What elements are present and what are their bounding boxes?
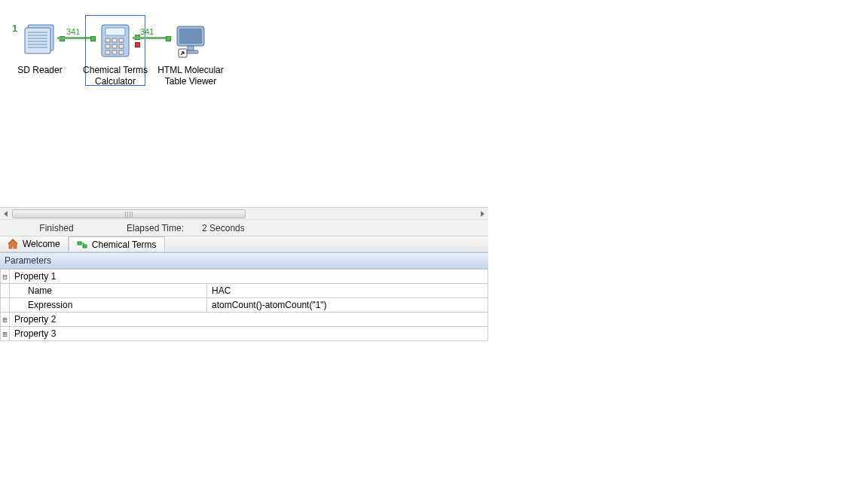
property-2-row[interactable]: ⊞ Property 2 bbox=[1, 313, 488, 327]
name-key: Name bbox=[10, 284, 207, 298]
input-port[interactable] bbox=[166, 36, 171, 41]
svg-rect-12 bbox=[119, 38, 124, 42]
svg-rect-15 bbox=[119, 44, 124, 48]
tab-welcome[interactable]: Welcome bbox=[0, 236, 69, 252]
property-3-title: Property 3 bbox=[10, 327, 488, 341]
property-2-title: Property 2 bbox=[10, 313, 488, 327]
svg-rect-11 bbox=[112, 38, 117, 42]
property-1-expression-row[interactable]: Expression atomCount()-atomCount("1") bbox=[1, 298, 488, 313]
svg-rect-24 bbox=[78, 242, 81, 245]
wire-count-2: 341 bbox=[140, 27, 154, 36]
svg-rect-13 bbox=[105, 44, 110, 48]
sd-reader-icon bbox=[19, 20, 61, 62]
svg-rect-10 bbox=[105, 38, 110, 42]
expand-icon[interactable]: ⊞ bbox=[1, 313, 10, 327]
monitor-icon bbox=[170, 20, 212, 62]
property-1-row[interactable]: ⊟ Property 1 bbox=[1, 270, 488, 284]
calculator-icon bbox=[94, 20, 136, 62]
scrollbar-track[interactable] bbox=[12, 209, 476, 219]
node-chemical-terms-calculator[interactable]: Chemical Terms Calculator bbox=[81, 20, 149, 87]
node-sd-reader[interactable]: SD Reader bbox=[6, 20, 74, 76]
parameters-table: ⊟ Property 1 Name HAC Expression atomCou… bbox=[0, 269, 488, 341]
expand-icon[interactable]: ⊞ bbox=[1, 327, 10, 341]
svg-rect-1 bbox=[25, 28, 50, 53]
error-port[interactable] bbox=[135, 42, 140, 47]
scroll-right-arrow[interactable] bbox=[476, 208, 488, 220]
input-port[interactable] bbox=[90, 36, 96, 41]
expression-key: Expression bbox=[10, 298, 207, 313]
property-1-title: Property 1 bbox=[10, 270, 488, 284]
parameters-panel-header: Parameters bbox=[0, 252, 488, 269]
svg-rect-16 bbox=[105, 50, 110, 54]
spacer bbox=[1, 298, 10, 313]
elapsed-time-value: 2 Seconds bbox=[197, 223, 258, 233]
node-label: Chemical Terms Calculator bbox=[81, 65, 149, 87]
tab-label: Welcome bbox=[23, 239, 60, 249]
bottom-tabbar: Welcome Chemical Terms bbox=[0, 236, 488, 252]
property-1-name-row[interactable]: Name HAC bbox=[1, 284, 488, 298]
node-html-molecular-table-viewer[interactable]: HTML Molecular Table Viewer bbox=[157, 20, 225, 87]
status-state: Finished bbox=[0, 223, 113, 233]
scrollbar-thumb[interactable] bbox=[12, 209, 246, 218]
elapsed-time-label: Elapsed Time: bbox=[113, 223, 197, 233]
home-icon bbox=[8, 239, 18, 249]
svg-rect-21 bbox=[188, 46, 194, 50]
wire-count-1: 341 bbox=[66, 27, 80, 36]
expression-value[interactable]: atomCount()-atomCount("1") bbox=[207, 298, 488, 313]
node-label: HTML Molecular Table Viewer bbox=[157, 65, 225, 87]
tab-label: Chemical Terms bbox=[92, 239, 157, 250]
workflow-icon bbox=[77, 239, 87, 250]
svg-rect-17 bbox=[112, 50, 117, 54]
spacer bbox=[1, 284, 10, 298]
svg-rect-20 bbox=[179, 29, 202, 44]
node-label: SD Reader bbox=[17, 65, 62, 76]
svg-rect-14 bbox=[112, 44, 117, 48]
workflow-canvas[interactable]: 1 SD Reader 341 bbox=[0, 0, 488, 207]
scroll-left-arrow[interactable] bbox=[0, 208, 12, 220]
property-3-row[interactable]: ⊞ Property 3 bbox=[1, 327, 488, 341]
collapse-icon[interactable]: ⊟ bbox=[1, 270, 10, 284]
panel-title: Parameters bbox=[5, 255, 51, 266]
horizontal-scrollbar[interactable] bbox=[0, 207, 488, 219]
status-bar: Finished Elapsed Time: 2 Seconds bbox=[0, 219, 488, 236]
svg-rect-18 bbox=[119, 50, 124, 54]
svg-rect-9 bbox=[105, 28, 125, 35]
name-value[interactable]: HAC bbox=[207, 284, 488, 298]
tab-chemical-terms[interactable]: Chemical Terms bbox=[69, 236, 165, 252]
